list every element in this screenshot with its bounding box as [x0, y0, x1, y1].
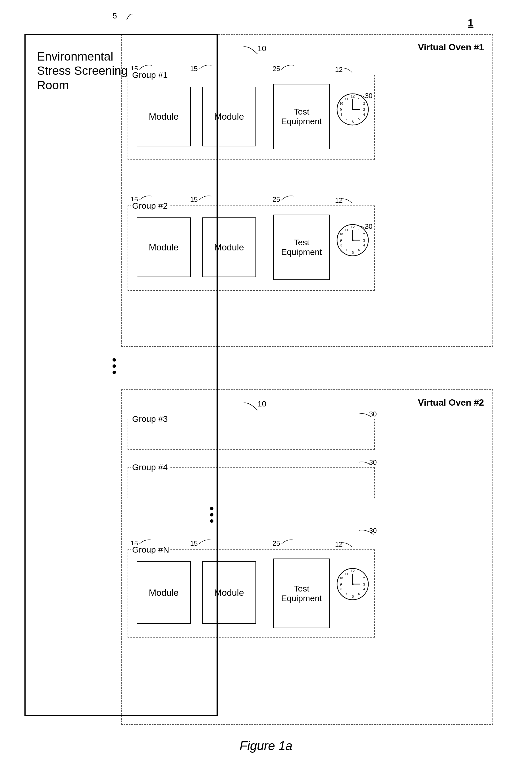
svg-text:11: 11 — [345, 572, 348, 576]
svg-text:9: 9 — [340, 582, 342, 586]
test-eq-g2-label: Test Equipment — [274, 238, 329, 257]
clock-g1: 12 3 6 9 1 2 4 5 11 10 7 8 — [336, 92, 370, 126]
test-eq-gN: Test Equipment — [273, 559, 330, 628]
bracket-12-g2 — [339, 198, 354, 205]
ref-25-g2: 25 — [273, 196, 280, 204]
test-eq-g2: Test Equipment — [273, 215, 330, 280]
bracket-30-g3 — [359, 412, 372, 418]
svg-text:2: 2 — [363, 233, 365, 236]
svg-point-31 — [352, 239, 354, 241]
svg-text:5: 5 — [358, 248, 360, 252]
diagram-area: 1 Environmental Stress Screening Room 10… — [24, 17, 508, 730]
bracket-25-gN — [281, 539, 295, 546]
svg-text:12: 12 — [351, 94, 355, 98]
ref-25-g1: 25 — [273, 65, 280, 73]
diagram-number: 1 — [468, 17, 473, 29]
bracket-25-g2 — [281, 195, 295, 202]
figure-caption: Figure 1a — [240, 739, 292, 753]
svg-text:10: 10 — [340, 102, 343, 105]
test-eq-gN-label: Test Equipment — [274, 584, 329, 603]
clock-g1-svg: 12 3 6 9 1 2 4 5 11 10 7 8 — [336, 92, 370, 126]
svg-text:7: 7 — [346, 592, 347, 595]
svg-text:8: 8 — [340, 588, 342, 591]
svg-text:10: 10 — [340, 576, 343, 580]
svg-text:6: 6 — [352, 120, 354, 124]
svg-text:3: 3 — [363, 107, 365, 112]
clock-g2: 12 3 6 9 1 2 4 5 11 10 7 8 — [336, 223, 370, 257]
svg-text:3: 3 — [363, 238, 365, 242]
svg-text:8: 8 — [340, 244, 342, 247]
svg-text:8: 8 — [340, 113, 342, 116]
svg-text:12: 12 — [351, 225, 355, 229]
bracket-30-gN — [359, 529, 375, 536]
svg-text:1: 1 — [358, 228, 360, 232]
svg-text:5: 5 — [358, 117, 360, 121]
clock-gN: 12 3 6 9 1 2 4 5 11 10 7 8 — [336, 567, 370, 601]
ess-room-box: Environmental Stress Screening Room — [24, 34, 218, 716]
svg-text:11: 11 — [345, 228, 348, 232]
page: 5 1 Environmental Stress Screening Room … — [0, 0, 532, 770]
test-eq-g1-label: Test Equipment — [274, 107, 329, 126]
svg-text:9: 9 — [340, 238, 342, 242]
svg-point-15 — [352, 109, 354, 110]
svg-text:10: 10 — [340, 233, 343, 236]
virtual-oven-2-label: Virtual Oven #2 — [418, 397, 484, 408]
bracket-30-g4 — [359, 461, 372, 466]
svg-text:5: 5 — [358, 592, 360, 595]
svg-text:7: 7 — [346, 117, 347, 121]
svg-text:6: 6 — [352, 594, 354, 599]
svg-text:11: 11 — [345, 97, 348, 101]
clock-g2-svg: 12 3 6 9 1 2 4 5 11 10 7 8 — [336, 223, 370, 257]
svg-text:1: 1 — [358, 97, 360, 101]
ref-25-gN: 25 — [273, 539, 280, 547]
divider-line — [218, 34, 218, 716]
test-eq-g1: Test Equipment — [273, 84, 330, 149]
bracket-12-g1 — [339, 67, 354, 74]
clock-gN-svg: 12 3 6 9 1 2 4 5 11 10 7 8 — [336, 567, 370, 601]
svg-point-47 — [352, 583, 354, 585]
svg-text:12: 12 — [351, 569, 355, 573]
svg-text:3: 3 — [363, 582, 365, 586]
bracket-12-gN — [339, 541, 354, 549]
svg-text:4: 4 — [363, 588, 365, 591]
svg-text:4: 4 — [363, 113, 365, 116]
svg-text:1: 1 — [358, 572, 360, 576]
virtual-oven-1-label: Virtual Oven #1 — [418, 42, 484, 53]
svg-text:2: 2 — [363, 576, 365, 580]
svg-text:6: 6 — [352, 250, 354, 255]
svg-text:9: 9 — [340, 107, 342, 112]
bracket-25-g1 — [281, 64, 295, 71]
ess-room-label: Environmental Stress Screening Room — [37, 49, 134, 92]
svg-text:7: 7 — [346, 248, 347, 252]
svg-text:4: 4 — [363, 244, 365, 247]
svg-text:2: 2 — [363, 102, 365, 105]
